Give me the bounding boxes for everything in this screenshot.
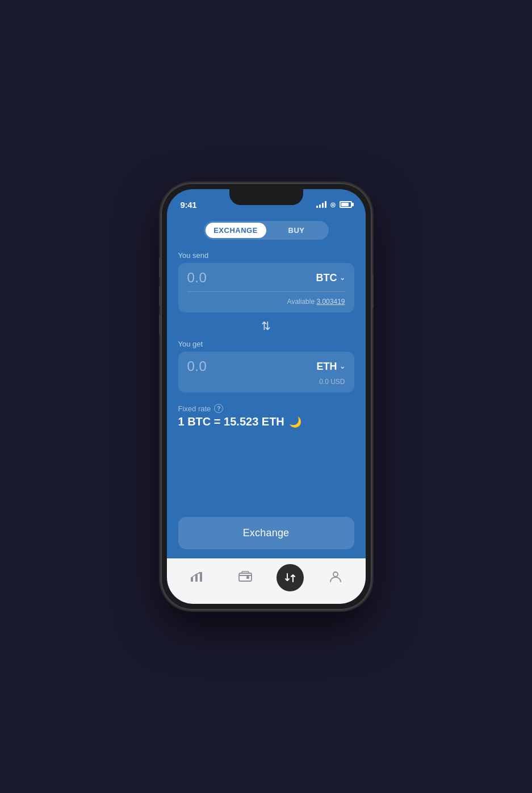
get-field-row: 0.0 ETH ⌄	[187, 358, 345, 374]
send-label: You send	[178, 251, 354, 260]
exchange-rate: 1 BTC = 15.523 ETH 🌙	[178, 415, 354, 428]
fixed-rate-label: Fixed rate	[178, 404, 211, 413]
profile-icon	[329, 570, 342, 585]
phone-screen: 9:41 ⊗ EXCHANGE BUY You send	[167, 189, 366, 604]
moon-icon: 🌙	[289, 416, 301, 428]
tab-buy[interactable]: BUY	[266, 223, 327, 238]
send-currency-selector[interactable]: BTC ⌄	[316, 272, 345, 284]
send-currency-chevron-icon: ⌄	[340, 274, 345, 282]
form-area: You send 0.0 BTC ⌄ Avaliable 3.003419	[167, 240, 366, 558]
signal-bars-icon	[316, 201, 326, 208]
send-currency-label: BTC	[316, 272, 337, 284]
status-time: 9:41	[181, 200, 197, 210]
nav-item-portfolio[interactable]	[179, 570, 213, 585]
get-currency-label: ETH	[317, 361, 337, 373]
get-label: You get	[178, 340, 354, 348]
notch	[229, 189, 303, 205]
available-text: Avaliable 3.003419	[187, 298, 345, 306]
exchange-arrows-icon	[283, 570, 298, 585]
svg-rect-3	[239, 573, 252, 581]
svg-rect-4	[246, 576, 249, 579]
available-prefix: Avaliable	[287, 298, 315, 306]
tab-switcher: EXCHANGE BUY	[204, 221, 329, 240]
svg-rect-1	[195, 574, 198, 582]
get-amount[interactable]: 0.0	[187, 358, 207, 374]
send-field-row: 0.0 BTC ⌄	[187, 270, 345, 286]
exchange-button[interactable]: Exchange	[178, 517, 354, 549]
send-amount[interactable]: 0.0	[187, 270, 207, 286]
spacer	[178, 428, 354, 517]
get-currency-chevron-icon: ⌄	[340, 362, 345, 370]
wallet-icon	[238, 571, 252, 585]
swap-arrows-icon: ⇅	[261, 319, 271, 333]
swap-arrow-container[interactable]: ⇅	[178, 319, 354, 333]
battery-fill	[341, 203, 349, 206]
fixed-rate-section: Fixed rate ? 1 BTC = 15.523 ETH 🌙	[178, 404, 354, 428]
wifi-icon: ⊗	[330, 201, 336, 209]
status-icons: ⊗	[316, 201, 352, 209]
bottom-nav	[167, 558, 366, 604]
tab-exchange[interactable]: EXCHANGE	[206, 223, 266, 238]
chart-icon	[190, 570, 203, 585]
fixed-rate-info-icon[interactable]: ?	[214, 404, 223, 413]
phone-device: 9:41 ⊗ EXCHANGE BUY You send	[161, 183, 371, 610]
get-field: 0.0 ETH ⌄ 0.0 USD	[178, 352, 354, 393]
exchange-rate-text: 1 BTC = 15.523 ETH	[178, 415, 284, 428]
get-currency-selector[interactable]: ETH ⌄	[317, 361, 345, 373]
app-content: EXCHANGE BUY You send 0.0 BTC ⌄	[167, 214, 366, 604]
fixed-rate-label-row: Fixed rate ?	[178, 404, 354, 413]
battery-icon	[340, 201, 352, 208]
svg-point-5	[333, 572, 338, 577]
exchange-btn-wrapper: Exchange	[178, 517, 354, 558]
nav-exchange-center-button[interactable]	[277, 564, 304, 591]
nav-item-profile[interactable]	[319, 570, 353, 585]
nav-item-wallet[interactable]	[228, 571, 262, 585]
usd-value: 0.0 USD	[187, 378, 345, 386]
send-divider	[187, 291, 345, 292]
available-amount[interactable]: 3.003419	[316, 298, 345, 306]
send-field: 0.0 BTC ⌄ Avaliable 3.003419	[178, 263, 354, 312]
